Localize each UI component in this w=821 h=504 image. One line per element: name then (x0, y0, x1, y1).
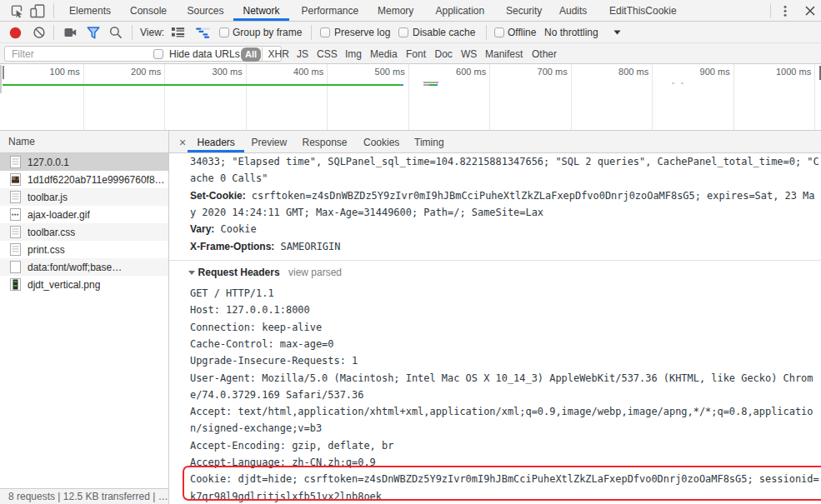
hide-data-urls-checkbox[interactable] (153, 49, 163, 59)
clear-icon[interactable] (33, 27, 45, 38)
filter-category-font[interactable]: Font (406, 49, 426, 60)
request-row[interactable]: data:font/woff;base… (0, 258, 168, 276)
header-line: Cookie: djdt=hide; csrftoken=z4sDnWBZDz5… (169, 471, 821, 487)
filter-category-img[interactable]: Img (345, 49, 362, 60)
filter-category-xhr[interactable]: XHR (268, 49, 289, 60)
header-line: Accept: text/html,application/xhtml+xml,… (169, 403, 821, 420)
kebab-menu-icon[interactable] (782, 5, 788, 17)
header-line: 34033; "Elapsed time", SQLPanel_sql_time… (169, 153, 821, 170)
header-line: GET / HTTP/1.1 (169, 285, 821, 302)
request-headers-section-header[interactable]: Request Headers view parsed (169, 261, 821, 284)
request-row[interactable]: djdt_vertical.png (0, 276, 168, 293)
filter-category-other[interactable]: Other (532, 49, 557, 60)
request-name: data:font/woff;base… (28, 262, 122, 273)
device-toolbar-icon[interactable] (30, 4, 45, 18)
overview-gridline (733, 64, 734, 131)
headers-content: 34033; "Elapsed time", SQLPanel_sql_time… (169, 153, 821, 504)
tab-elements[interactable]: Elements (69, 5, 111, 17)
search-icon[interactable] (109, 26, 123, 39)
view-parsed-link[interactable]: view parsed (288, 267, 342, 278)
image-vertical-icon (10, 278, 21, 291)
request-row[interactable]: 127.0.0.1 (0, 153, 168, 171)
screenshot-camera-icon[interactable] (64, 27, 77, 37)
tab-memory[interactable]: Memory (378, 5, 413, 17)
overview-time-label: 500 ms (375, 67, 405, 77)
disclosure-triangle-icon[interactable] (188, 271, 195, 275)
filter-category-all[interactable]: All (241, 47, 261, 62)
header-line: ache 0 Calls" (169, 170, 821, 187)
offline-checkbox[interactable] (494, 27, 504, 37)
selected-tab-underline (233, 18, 289, 21)
overview-gridline (164, 64, 165, 131)
details-tab-bar: × HeadersPreviewResponseCookiesTiming (169, 131, 821, 153)
filter-funnel-icon[interactable] (87, 27, 100, 39)
request-row[interactable]: ajax-loader.gif (0, 206, 168, 223)
tab-application[interactable]: Application (436, 5, 485, 17)
overview-time-label: 100 ms (50, 67, 80, 77)
disable-cache-checkbox[interactable] (398, 27, 408, 37)
selected-details-tab-underline (188, 150, 244, 152)
requests-summary-status: 8 requests | 12.5 KB transferred | … (0, 488, 168, 504)
details-tab-preview[interactable]: Preview (252, 137, 288, 148)
inspect-icon[interactable] (10, 4, 23, 17)
filter-category-doc[interactable]: Doc (435, 49, 453, 60)
document-icon (10, 156, 21, 168)
filter-category-media[interactable]: Media (370, 49, 398, 60)
blank-icon (10, 261, 21, 273)
throttling-select[interactable]: No throttling (544, 27, 598, 38)
header-line: y 2020 14:24:11 GMT; Max-Age=31449600; P… (169, 204, 821, 221)
throttling-caret-icon[interactable] (613, 30, 621, 35)
preserve-log-checkbox[interactable] (320, 27, 330, 37)
overview-time-label: 700 ms (538, 67, 568, 77)
close-icon[interactable] (805, 6, 815, 16)
filter-category-manifest[interactable]: Manifest (485, 49, 523, 60)
request-row[interactable]: toolbar.css (0, 223, 168, 241)
header-line: n/signed-exchange;v=b3 (169, 420, 821, 437)
header-line: Connection: keep-alive (169, 319, 821, 336)
details-tab-cookies[interactable]: Cookies (363, 137, 399, 148)
request-row[interactable]: 1d1df6220ab711e9996760f8… (0, 171, 168, 188)
header-line: Cache-Control: max-age=0 (169, 336, 821, 352)
overview-gridline (652, 64, 653, 131)
filter-category-css[interactable]: CSS (317, 49, 338, 60)
response-headers-block: 34033; "Elapsed time", SQLPanel_sql_time… (169, 153, 821, 255)
filter-category-ws[interactable]: WS (461, 49, 477, 60)
offline-label[interactable]: Offline (508, 27, 536, 38)
toolbar-separator (53, 3, 54, 18)
view-list-icon[interactable] (172, 27, 185, 37)
overview-main-request-bar-tip (401, 84, 404, 86)
group-by-frame-label[interactable]: Group by frame (233, 27, 302, 38)
tab-performance[interactable]: Performance (302, 5, 359, 17)
document-icon (10, 191, 21, 203)
details-tab-response[interactable]: Response (303, 137, 348, 148)
details-tab-headers[interactable]: Headers (198, 137, 235, 148)
overview-left-gripper[interactable] (3, 66, 4, 79)
tab-editthiscookie[interactable]: EditThisCookie (609, 5, 677, 17)
timeline-overview[interactable]: 100 ms200 ms300 ms400 ms500 ms600 ms700 … (0, 64, 821, 131)
tab-audits[interactable]: Audits (559, 5, 587, 17)
toolbar-separator (311, 25, 312, 40)
overview-request-bar (423, 84, 430, 86)
overview-time-label: 900 ms (700, 67, 730, 77)
hide-data-urls-label[interactable]: Hide data URLs (169, 49, 240, 60)
disable-cache-label[interactable]: Disable cache (413, 27, 475, 38)
request-row[interactable]: print.css (0, 241, 168, 258)
request-headers-block: GET / HTTP/1.1Host: 127.0.0.1:8000Connec… (169, 285, 821, 504)
details-close-icon[interactable]: × (177, 135, 188, 150)
details-tab-timing[interactable]: Timing (414, 137, 444, 148)
overview-time-label: 600 ms (456, 67, 486, 77)
view-overview-icon[interactable] (196, 27, 210, 38)
tab-sources[interactable]: Sources (188, 5, 224, 17)
name-column-header[interactable]: Name (0, 131, 168, 153)
header-line: Upgrade-Insecure-Requests: 1 (169, 352, 821, 369)
tab-security[interactable]: Security (506, 5, 542, 17)
preserve-log-label[interactable]: Preserve log (334, 27, 390, 38)
request-row[interactable]: toolbar.js (0, 188, 168, 206)
tab-network[interactable]: Network (243, 5, 280, 17)
filter-category-js[interactable]: JS (297, 49, 308, 60)
record-button[interactable] (9, 27, 22, 39)
overview-request-bar (429, 84, 436, 86)
group-by-frame-checkbox[interactable] (219, 27, 229, 37)
header-name: X-Frame-Options: (190, 241, 274, 252)
tab-console[interactable]: Console (130, 5, 167, 17)
